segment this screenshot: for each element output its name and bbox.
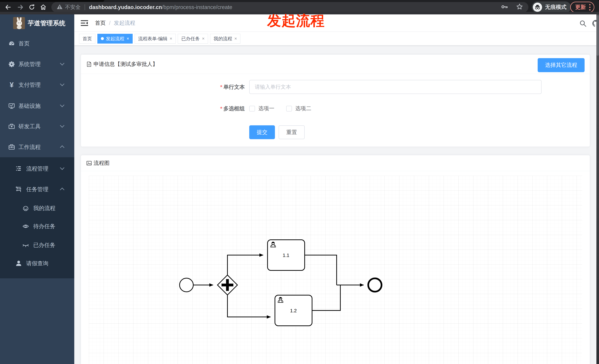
tab-done-tasks[interactable]: 已办任务 × bbox=[178, 34, 208, 43]
eye-open-icon bbox=[22, 222, 30, 230]
close-icon[interactable]: × bbox=[127, 36, 129, 41]
security-label[interactable]: 不安全 bbox=[65, 4, 80, 11]
task-label: 1.2 bbox=[290, 308, 297, 313]
bpmn-user-task-1-1[interactable]: 1.1 bbox=[268, 240, 305, 271]
scrollbar-thumb[interactable] bbox=[597, 15, 599, 56]
sidebar-item-label: 我的流程 bbox=[33, 199, 55, 218]
eye-closed-icon bbox=[22, 241, 30, 249]
bookmark-star-icon[interactable] bbox=[515, 3, 524, 12]
sidebar-item-label: 待办任务 bbox=[33, 217, 55, 236]
tab-my-process[interactable]: 我的流程 × bbox=[210, 34, 240, 43]
chevron-down-icon bbox=[61, 166, 64, 170]
tab-home[interactable]: 首页 bbox=[79, 34, 95, 43]
toolbox-icon bbox=[8, 123, 16, 130]
home-icon[interactable] bbox=[39, 3, 47, 11]
url-path[interactable]: /bpm/process-instance/create bbox=[162, 4, 232, 10]
bpmn-start-event[interactable] bbox=[180, 278, 193, 292]
bpmn-diagram: 1.1 1.2 bbox=[89, 176, 582, 364]
sidebar-item-home[interactable]: 首页 bbox=[0, 33, 74, 54]
monitor-icon bbox=[8, 102, 16, 110]
skill-icon bbox=[15, 186, 23, 193]
picture-icon bbox=[86, 160, 92, 166]
sidebar-item-payment[interactable]: ¥ 支付管理 bbox=[0, 75, 74, 95]
tab-start-process[interactable]: 发起流程 × bbox=[97, 34, 133, 43]
update-button[interactable]: 更新 bbox=[570, 2, 594, 13]
sidebar-item-done-tasks[interactable]: 已办任务 bbox=[0, 236, 74, 254]
document-icon bbox=[86, 61, 92, 67]
required-mark: * bbox=[220, 84, 222, 90]
sidebar: 芋道管理系统 首页 系统管理 ¥ 支付管理 基础设施 bbox=[0, 14, 74, 364]
update-label: 更新 bbox=[575, 3, 586, 11]
bpmn-canvas[interactable]: 1.1 1.2 bbox=[89, 176, 582, 364]
checkbox-label[interactable]: 选项二 bbox=[295, 105, 311, 112]
choose-other-process-button[interactable]: 选择其它流程 bbox=[538, 58, 585, 72]
sidebar-item-dev-tools[interactable]: 研发工具 bbox=[0, 116, 74, 137]
incognito-badge: 无痕模式 bbox=[532, 1, 571, 13]
sidebar-item-label: 系统管理 bbox=[18, 54, 41, 75]
checkbox-option-1[interactable] bbox=[249, 106, 255, 111]
required-mark: * bbox=[220, 106, 222, 111]
main-content: 申请信息【测试多审批人】 选择其它流程 *单行文本 *多选框组 选项一 选项二 … bbox=[74, 45, 599, 364]
field-label-single-line-text: *单行文本 bbox=[167, 80, 245, 94]
reload-icon[interactable] bbox=[28, 3, 36, 11]
sidebar-item-system[interactable]: 系统管理 bbox=[0, 54, 74, 75]
search-icon[interactable] bbox=[579, 19, 587, 28]
sidebar-item-process-mgmt[interactable]: 流程管理 bbox=[0, 158, 74, 179]
task-label: 1.1 bbox=[283, 253, 289, 258]
sidebar-item-label: 请假查询 bbox=[26, 254, 48, 273]
chevron-up-icon bbox=[61, 188, 64, 192]
key-icon[interactable] bbox=[501, 3, 509, 11]
chevron-down-icon bbox=[61, 103, 64, 107]
breadcrumb: 首页 / 发起流程 bbox=[95, 14, 135, 32]
checkbox-option-2[interactable] bbox=[286, 106, 292, 111]
close-icon[interactable]: × bbox=[202, 36, 204, 41]
gear-icon bbox=[8, 60, 16, 68]
briefcase-icon bbox=[8, 143, 16, 151]
sidebar-item-workflow[interactable]: 工作流程 bbox=[0, 137, 74, 157]
forward-icon[interactable] bbox=[16, 3, 24, 11]
sidebar-collapse-icon[interactable] bbox=[80, 19, 89, 27]
process-diagram-card-header: 流程图 bbox=[81, 155, 590, 171]
user-icon bbox=[15, 260, 23, 267]
browser-active-tab[interactable] bbox=[104, 0, 599, 2]
url-divider bbox=[85, 4, 85, 10]
logo-avatar bbox=[13, 17, 25, 29]
sidebar-item-label: 工作流程 bbox=[18, 137, 41, 157]
sidebar-item-my-process[interactable]: 我的流程 bbox=[0, 199, 74, 218]
sidebar-item-label: 任务管理 bbox=[26, 179, 48, 200]
close-icon[interactable]: × bbox=[234, 36, 237, 41]
breadcrumb-home[interactable]: 首页 bbox=[95, 19, 106, 27]
page-header: 首页 / 发起流程 T T bbox=[74, 14, 599, 32]
reset-button[interactable]: 重置 bbox=[279, 125, 305, 139]
sidebar-item-todo-tasks[interactable]: 待办任务 bbox=[0, 217, 74, 236]
chevron-down-icon bbox=[61, 124, 64, 127]
sidebar-item-task-mgmt[interactable]: 任务管理 bbox=[0, 179, 74, 200]
flow-gateway-to-task-1-2 bbox=[228, 295, 271, 317]
flow-task-1-1-out bbox=[305, 255, 337, 285]
sidebar-item-label: 已办任务 bbox=[33, 236, 55, 254]
url-domain[interactable]: dashboard.yudao.iocoder.cn bbox=[89, 4, 162, 10]
apply-info-card: 申请信息【测试多审批人】 选择其它流程 *单行文本 *多选框组 选项一 选项二 … bbox=[81, 54, 590, 147]
chrome-menu-icon[interactable] bbox=[589, 4, 590, 10]
submit-button[interactable]: 提交 bbox=[249, 125, 275, 139]
tab-process-form-edit[interactable]: 流程表单-编辑 × bbox=[135, 34, 176, 43]
process-diagram-card: 流程图 bbox=[81, 155, 590, 364]
card-title: 流程图 bbox=[94, 160, 110, 167]
checkbox-label[interactable]: 选项一 bbox=[258, 105, 274, 112]
logo-row[interactable]: 芋道管理系统 bbox=[0, 14, 74, 32]
incognito-icon bbox=[533, 3, 542, 12]
sidebar-item-label: 支付管理 bbox=[18, 75, 41, 95]
chevron-down-icon bbox=[61, 82, 64, 86]
bpmn-end-event[interactable] bbox=[368, 278, 381, 292]
single-line-text-input[interactable] bbox=[249, 80, 542, 94]
tags-view-bar: 首页 发起流程 × 流程表单-编辑 × 已办任务 × 我的流程 × bbox=[74, 32, 599, 45]
bpmn-user-task-1-2[interactable]: 1.2 bbox=[275, 295, 312, 326]
page-scrollbar[interactable] bbox=[596, 14, 599, 364]
chevron-down-icon bbox=[61, 62, 64, 65]
close-icon[interactable]: × bbox=[170, 36, 172, 41]
back-icon[interactable] bbox=[4, 3, 12, 11]
url-bar[interactable]: 不安全 dashboard.yudao.iocoder.cn/bpm/proce… bbox=[51, 2, 529, 12]
yen-icon: ¥ bbox=[8, 81, 16, 89]
sidebar-item-infrastructure[interactable]: 基础设施 bbox=[0, 96, 74, 116]
sidebar-item-leave-query[interactable]: 请假查询 bbox=[0, 254, 74, 273]
